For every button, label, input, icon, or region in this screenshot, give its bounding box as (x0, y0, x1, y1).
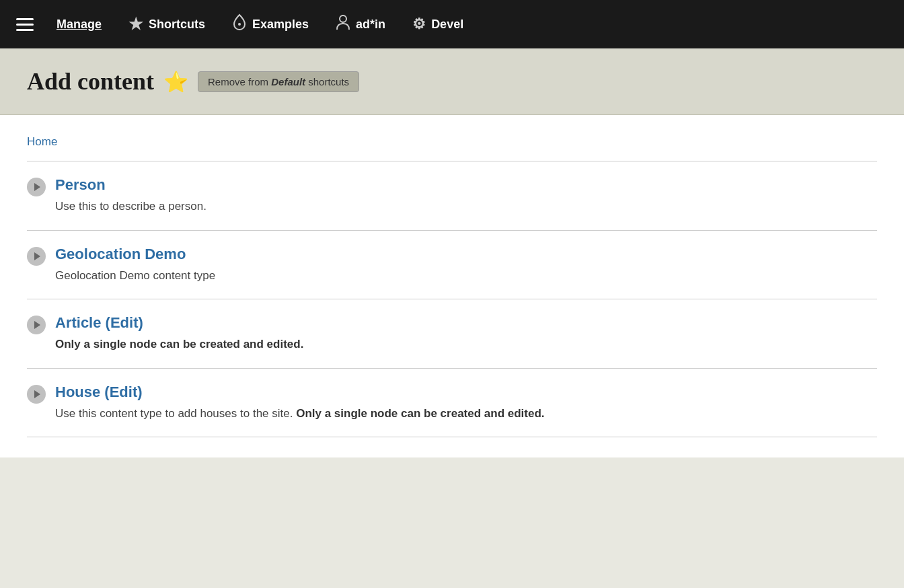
gear-icon: ⚙ (412, 15, 426, 33)
person-item-text: Person Use this to describe a person. (55, 176, 877, 215)
person-description: Use this to describe a person. (55, 198, 877, 215)
remove-from-shortcuts-button[interactable]: Remove from Default shortcuts (198, 71, 359, 92)
svg-point-1 (340, 15, 346, 22)
article-item-text: Article (Edit) Only a single node can be… (55, 314, 877, 353)
user-icon (336, 13, 350, 35)
geolocation-expand-button[interactable] (27, 247, 46, 266)
house-desc-regular: Use this content type to add houses to t… (55, 407, 296, 420)
admin-label: ad*in (356, 17, 385, 32)
list-item: Article (Edit) Only a single node can be… (27, 299, 877, 369)
house-expand-button[interactable] (27, 385, 46, 404)
page-title: Add content (27, 67, 154, 96)
geolocation-description: Geolocation Demo content type (55, 267, 877, 285)
svg-point-0 (238, 23, 241, 26)
house-desc-bold: Only a single node can be created and ed… (296, 407, 544, 420)
geolocation-title-link[interactable]: Geolocation Demo (55, 246, 877, 263)
remove-btn-prefix: Remove from (208, 76, 271, 87)
nav-item-devel[interactable]: ⚙ Devel (399, 0, 477, 48)
nav-item-shortcuts[interactable]: ★ Shortcuts (115, 0, 219, 48)
geolocation-item-text: Geolocation Demo Geolocation Demo conten… (55, 246, 877, 285)
drop-icon (232, 13, 247, 35)
page-header: Add content ⭐ Remove from Default shortc… (0, 48, 904, 115)
person-title-link[interactable]: Person (55, 176, 877, 194)
devel-label: Devel (431, 17, 463, 32)
nav-item-manage[interactable]: Manage (43, 0, 115, 48)
main-content: Home Person Use this to describe a perso… (0, 115, 904, 457)
shortcuts-label: Shortcuts (149, 17, 205, 32)
article-description: Only a single node can be created and ed… (55, 336, 877, 353)
nav-item-examples[interactable]: Examples (219, 0, 322, 48)
shortcut-star-icon[interactable]: ⭐ (163, 70, 188, 94)
nav-item-admin[interactable]: ad*in (322, 0, 399, 48)
remove-btn-italic: Default (271, 76, 305, 87)
house-item-text: House (Edit) Use this content type to ad… (55, 383, 877, 422)
top-navigation: Manage ★ Shortcuts Examples ad*in ⚙ Deve… (0, 0, 904, 48)
star-icon: ★ (128, 15, 143, 34)
examples-label: Examples (252, 17, 309, 32)
hamburger-menu[interactable] (7, 18, 43, 31)
person-expand-button[interactable] (27, 178, 46, 196)
list-item: Geolocation Demo Geolocation Demo conten… (27, 231, 877, 300)
house-description: Use this content type to add houses to t… (55, 405, 877, 422)
remove-btn-suffix: shortcuts (305, 76, 349, 87)
manage-label: Manage (57, 17, 102, 32)
list-item: House (Edit) Use this content type to ad… (27, 369, 877, 438)
breadcrumb: Home (27, 135, 877, 161)
list-item: Person Use this to describe a person. (27, 161, 877, 231)
article-expand-button[interactable] (27, 316, 46, 334)
article-desc-bold: Only a single node can be created and ed… (55, 338, 303, 351)
breadcrumb-home-link[interactable]: Home (27, 135, 57, 148)
house-title-link[interactable]: House (Edit) (55, 383, 877, 401)
article-title-link[interactable]: Article (Edit) (55, 314, 877, 332)
